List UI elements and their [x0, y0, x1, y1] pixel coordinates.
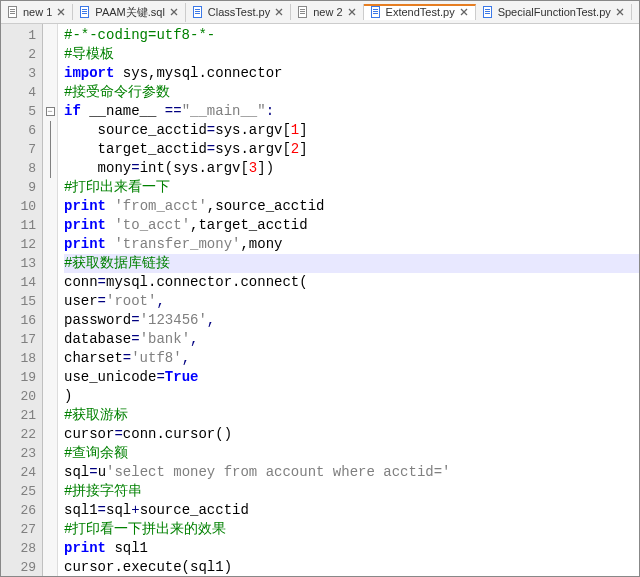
line-number: 9: [3, 178, 36, 197]
code-line[interactable]: #打印出来看一下: [64, 178, 639, 197]
tab-label: new 1: [23, 6, 52, 18]
svg-rect-9: [82, 13, 87, 14]
line-number: 3: [3, 64, 36, 83]
line-number: 7: [3, 140, 36, 159]
code-line[interactable]: mony=int(sys.argv[3]): [64, 159, 639, 178]
code-line[interactable]: use_unicode=True: [64, 368, 639, 387]
close-icon[interactable]: [56, 7, 66, 17]
close-icon[interactable]: [274, 7, 284, 17]
line-number: 6: [3, 121, 36, 140]
line-number: 5: [3, 102, 36, 121]
tab-0[interactable]: new 1: [1, 4, 73, 20]
code-line[interactable]: #获取游标: [64, 406, 639, 425]
code-line[interactable]: print sql1: [64, 539, 639, 558]
line-number: 15: [3, 292, 36, 311]
fold-toggle-icon[interactable]: −: [46, 107, 55, 116]
fold-slot: [43, 197, 57, 216]
line-number: 14: [3, 273, 36, 292]
svg-rect-19: [300, 9, 305, 10]
fold-slot: [43, 444, 57, 463]
line-number: 12: [3, 235, 36, 254]
tab-label: SpecialFunctionTest.py: [498, 6, 611, 18]
fold-slot: [43, 83, 57, 102]
svg-rect-25: [373, 9, 378, 10]
code-line[interactable]: target_acctid=sys.argv[2]: [64, 140, 639, 159]
line-number: 21: [3, 406, 36, 425]
svg-rect-20: [300, 11, 305, 12]
fold-slot: [43, 64, 57, 83]
editor-window: new 1PAAM关键.sqlClassTest.pynew 2ExtendTe…: [0, 0, 640, 577]
tab-label: new 2: [313, 6, 342, 18]
fold-slot: [43, 520, 57, 539]
code-editor[interactable]: 1234567891011121314151617181920212223242…: [1, 24, 639, 576]
svg-rect-31: [485, 9, 490, 10]
fold-slot: [43, 292, 57, 311]
code-line[interactable]: if __name__ =="__main__":: [64, 102, 639, 121]
tab-label: ClassTest.py: [208, 6, 270, 18]
code-line[interactable]: ): [64, 387, 639, 406]
tab-3[interactable]: new 2: [291, 4, 363, 20]
fold-slot: [43, 368, 57, 387]
fold-slot: [43, 121, 57, 140]
code-line[interactable]: #-*-coding=utf8-*-: [64, 26, 639, 45]
code-area[interactable]: #-*-coding=utf8-*-#导模板import sys,mysql.c…: [58, 24, 639, 576]
code-line[interactable]: cursor=conn.cursor(): [64, 425, 639, 444]
code-line[interactable]: user='root',: [64, 292, 639, 311]
line-number: 25: [3, 482, 36, 501]
code-line[interactable]: sql1=sql+source_acctid: [64, 501, 639, 520]
code-line[interactable]: conn=mysql.connector.connect(: [64, 273, 639, 292]
tab-6[interactable]: new1.py: [632, 4, 639, 20]
svg-rect-26: [373, 11, 378, 12]
line-number: 20: [3, 387, 36, 406]
line-number: 27: [3, 520, 36, 539]
code-line[interactable]: #打印看一下拼出来的效果: [64, 520, 639, 539]
code-line[interactable]: print 'from_acct',source_acctid: [64, 197, 639, 216]
svg-rect-3: [10, 13, 15, 14]
code-line[interactable]: sql=u'select money from account where ac…: [64, 463, 639, 482]
svg-rect-14: [195, 11, 200, 12]
tab-1[interactable]: PAAM关键.sql: [73, 3, 185, 22]
code-line[interactable]: #查询余额: [64, 444, 639, 463]
line-number: 17: [3, 330, 36, 349]
svg-rect-1: [10, 9, 15, 10]
code-line[interactable]: password='123456',: [64, 311, 639, 330]
tab-5[interactable]: SpecialFunctionTest.py: [476, 4, 632, 20]
close-icon[interactable]: [615, 7, 625, 17]
fold-slot: [43, 349, 57, 368]
code-line[interactable]: charset='utf8',: [64, 349, 639, 368]
tab-4[interactable]: ExtendTest.py: [364, 4, 476, 20]
fold-slot: [43, 235, 57, 254]
tab-label: ExtendTest.py: [386, 6, 455, 18]
svg-rect-13: [195, 9, 200, 10]
code-line[interactable]: #导模板: [64, 45, 639, 64]
svg-rect-32: [485, 11, 490, 12]
code-line[interactable]: print 'to_acct',target_acctid: [64, 216, 639, 235]
code-line[interactable]: #获取数据库链接: [64, 254, 639, 273]
close-icon[interactable]: [459, 7, 469, 17]
code-line[interactable]: cursor.execute(sql1): [64, 558, 639, 576]
line-number: 23: [3, 444, 36, 463]
tab-2[interactable]: ClassTest.py: [186, 4, 291, 20]
close-icon[interactable]: [347, 7, 357, 17]
code-line[interactable]: #接受命令行参数: [64, 83, 639, 102]
fold-column[interactable]: −: [43, 24, 58, 576]
code-line[interactable]: import sys,mysql.connector: [64, 64, 639, 83]
fold-slot: [43, 311, 57, 330]
svg-rect-2: [10, 11, 15, 12]
code-line[interactable]: #拼接字符串: [64, 482, 639, 501]
fold-slot: [43, 387, 57, 406]
file-icon: [297, 6, 309, 18]
fold-slot: [43, 539, 57, 558]
file-db-icon: [79, 6, 91, 18]
file-py-icon: [370, 6, 382, 18]
file-py-icon: [638, 6, 639, 18]
file-icon: [7, 6, 19, 18]
line-number: 13: [3, 254, 36, 273]
close-icon[interactable]: [169, 7, 179, 17]
line-number: 26: [3, 501, 36, 520]
code-line[interactable]: source_acctid=sys.argv[1]: [64, 121, 639, 140]
fold-guide: [50, 121, 51, 140]
tab-label: PAAM关键.sql: [95, 5, 164, 20]
code-line[interactable]: print 'transfer_mony',mony: [64, 235, 639, 254]
code-line[interactable]: database='bank',: [64, 330, 639, 349]
